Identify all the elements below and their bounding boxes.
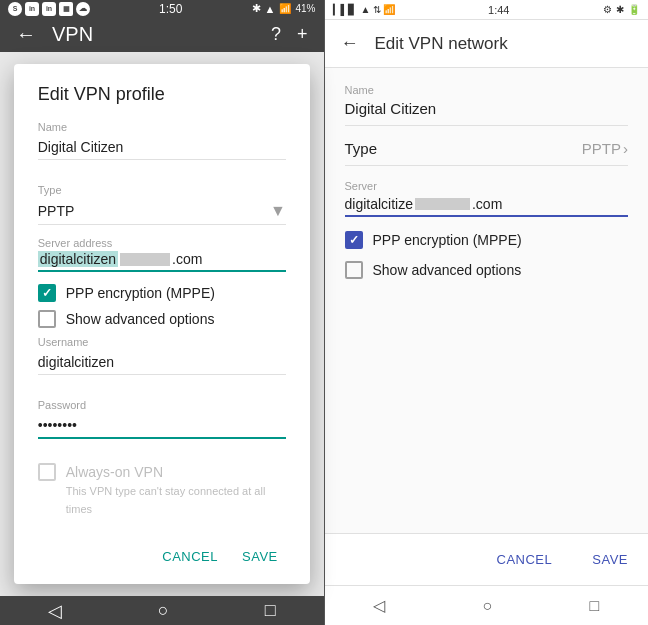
vpn-toolbar-actions: ? +	[271, 24, 308, 45]
left-bottom-nav: ◁ ○ □	[0, 596, 324, 625]
dialog-actions: CANCEL SAVE	[38, 533, 286, 572]
type-value: PPTP	[38, 203, 75, 219]
right-bottom-nav: ◁ ○ □	[325, 585, 649, 625]
vpn-title: VPN	[52, 23, 255, 46]
battery-text: 41%	[295, 3, 315, 14]
type-label: Type	[38, 184, 286, 196]
dropdown-arrow-icon: ▼	[270, 202, 286, 220]
left-time: 1:50	[159, 2, 182, 16]
always-on-sub: This VPN type can't stay connected at al…	[66, 485, 266, 515]
wifi-icon: ▲	[265, 3, 276, 15]
right-status-left: ▎▌▊ ▲ ⇅ 📶	[333, 4, 395, 15]
ppp-label: PPP encryption (MPPE)	[66, 285, 215, 301]
right-type-value: PPTP ›	[582, 140, 628, 157]
battery-icon: 📶	[383, 4, 395, 15]
ppp-checkbox[interactable]: ✓	[38, 284, 56, 302]
server-label: Server address	[38, 237, 286, 249]
right-ppp-row[interactable]: ✓ PPP encryption (MPPE)	[345, 231, 629, 249]
edit-vpn-title: Edit VPN network	[375, 34, 508, 54]
back-nav-icon[interactable]: ◁	[48, 600, 62, 622]
right-server-domain: .com	[472, 196, 502, 212]
home-nav-icon[interactable]: ○	[158, 600, 169, 621]
left-status-icons: S in in ▦ ☁	[8, 2, 90, 16]
vpn-content: Edit VPN profile Name Type PPTP ▼ Server…	[0, 52, 324, 596]
linkedin2-icon: in	[42, 2, 56, 16]
right-server-blur	[415, 198, 470, 210]
name-label: Name	[38, 121, 286, 133]
right-panel: ▎▌▊ ▲ ⇅ 📶 1:44 ⚙ ✱ 🔋 ← Edit VPN network …	[325, 0, 649, 625]
right-settings-icon: ⚙	[603, 4, 612, 15]
right-status-bar: ▎▌▊ ▲ ⇅ 📶 1:44 ⚙ ✱ 🔋	[325, 0, 649, 20]
right-type-group[interactable]: Type PPTP ›	[345, 140, 629, 166]
right-advanced-label: Show advanced options	[373, 262, 522, 278]
signal-bars-icon: ▎▌▊	[333, 4, 356, 15]
gallery-icon: ▦	[59, 2, 73, 16]
linkedin-icon: in	[25, 2, 39, 16]
right-ppp-checkbox[interactable]: ✓	[345, 231, 363, 249]
right-advanced-row[interactable]: Show advanced options	[345, 261, 629, 279]
right-battery-icon: 🔋	[628, 4, 640, 15]
password-input[interactable]	[38, 413, 286, 439]
data-icon: ⇅	[373, 4, 381, 15]
password-label: Password	[38, 399, 286, 411]
ppp-row[interactable]: ✓ PPP encryption (MPPE)	[38, 284, 286, 302]
always-on-label: Always-on VPN	[66, 464, 163, 480]
right-ppp-checkmark-icon: ✓	[349, 233, 359, 247]
edit-vpn-back-button[interactable]: ←	[341, 33, 359, 54]
left-status-bar: S in in ▦ ☁ 1:50 ✱ ▲ 📶 41%	[0, 0, 324, 17]
cancel-button[interactable]: CANCEL	[154, 541, 226, 572]
always-on-checkbox	[38, 463, 56, 481]
vpn-toolbar: ← VPN ? +	[0, 17, 324, 52]
advanced-label: Show advanced options	[66, 311, 215, 327]
right-home-nav-icon[interactable]: ○	[483, 597, 493, 615]
right-bt-icon: ✱	[616, 4, 624, 15]
right-back-nav-icon[interactable]: ◁	[373, 596, 385, 615]
right-status-right: ⚙ ✱ 🔋	[603, 4, 640, 15]
advanced-row[interactable]: Show advanced options	[38, 310, 286, 328]
ppp-checkmark-icon: ✓	[42, 286, 52, 300]
right-name-group: Name Digital Citizen	[345, 84, 629, 126]
server-prefix: digitalcitizen	[38, 251, 118, 267]
right-name-value: Digital Citizen	[345, 100, 629, 126]
vpn-back-button[interactable]: ←	[16, 23, 36, 46]
name-input[interactable]	[38, 135, 286, 160]
vpn-help-icon[interactable]: ?	[271, 24, 281, 45]
bluetooth-icon: ✱	[252, 2, 261, 15]
server-blur	[120, 253, 170, 266]
right-cancel-button[interactable]: CANCEL	[477, 544, 573, 575]
username-group: Username	[38, 336, 286, 387]
username-label: Username	[38, 336, 286, 348]
name-group: Name	[38, 121, 286, 172]
save-button[interactable]: SAVE	[234, 541, 286, 572]
left-status-right: ✱ ▲ 📶 41%	[252, 2, 316, 15]
right-ppp-label: PPP encryption (MPPE)	[373, 232, 522, 248]
right-server-label: Server	[345, 180, 629, 192]
right-time: 1:44	[488, 4, 509, 16]
type-group: Type PPTP ▼	[38, 184, 286, 225]
right-type-chevron-icon: ›	[623, 140, 628, 157]
cloud-icon: ☁	[76, 2, 90, 16]
right-advanced-checkbox[interactable]	[345, 261, 363, 279]
server-group: Server address digitalcitizen .com	[38, 237, 286, 272]
right-recent-nav-icon[interactable]: □	[590, 597, 600, 615]
server-domain: .com	[172, 251, 202, 267]
right-save-button[interactable]: SAVE	[572, 544, 648, 575]
right-type-label: Type	[345, 140, 378, 157]
left-panel: S in in ▦ ☁ 1:50 ✱ ▲ 📶 41% ← VPN ? + Edi…	[0, 0, 324, 625]
signal-icon: 📶	[279, 3, 291, 14]
edit-vpn-dialog: Edit VPN profile Name Type PPTP ▼ Server…	[14, 64, 310, 584]
vpn-add-icon[interactable]: +	[297, 24, 308, 45]
dialog-title: Edit VPN profile	[38, 84, 286, 105]
right-server-prefix: digitalcitize	[345, 196, 413, 212]
recent-nav-icon[interactable]: □	[265, 600, 276, 621]
right-name-label: Name	[345, 84, 629, 96]
username-input[interactable]	[38, 350, 286, 375]
advanced-checkbox[interactable]	[38, 310, 56, 328]
right-dialog-actions: CANCEL SAVE	[325, 533, 649, 585]
edit-vpn-toolbar: ← Edit VPN network	[325, 20, 649, 68]
right-server-group: Server digitalcitize .com	[345, 180, 629, 217]
right-type-text: PPTP	[582, 140, 621, 157]
type-select[interactable]: PPTP ▼	[38, 198, 286, 225]
right-form-content: Name Digital Citizen Type PPTP › Server …	[325, 68, 649, 533]
password-group: Password	[38, 399, 286, 451]
